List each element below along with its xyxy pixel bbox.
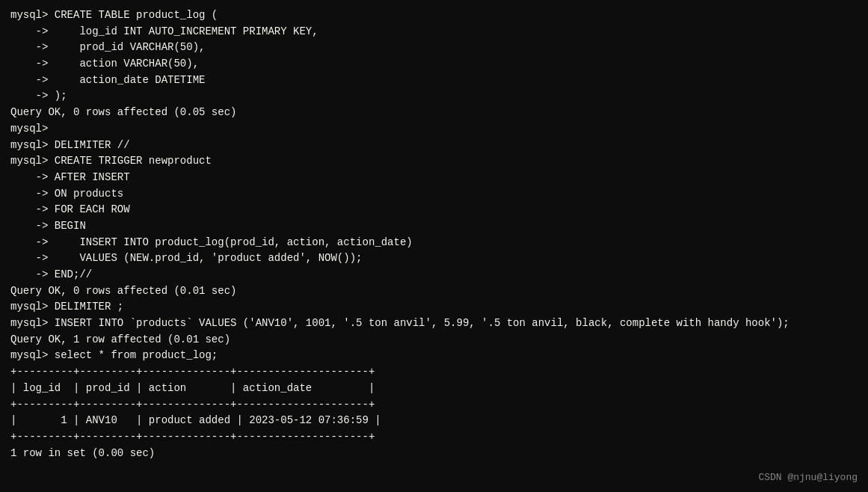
terminal-line: | log_id | prod_id | action | action_dat… <box>10 381 858 397</box>
terminal-line: 1 row in set (0.00 sec) <box>10 446 858 462</box>
terminal-line: Query OK, 1 row affected (0.01 sec) <box>10 332 858 348</box>
terminal-line: -> log_id INT AUTO_INCREMENT PRIMARY KEY… <box>10 24 858 40</box>
terminal-line: -> INSERT INTO product_log(prod_id, acti… <box>10 235 858 251</box>
terminal-line: -> ON products <box>10 186 858 203</box>
terminal-line: mysql> DELIMITER ; <box>10 299 858 316</box>
terminal-line: -> AFTER INSERT <box>10 170 858 186</box>
terminal-line: Query OK, 0 rows affected (0.01 sec) <box>10 283 858 300</box>
terminal-line: -> BEGIN <box>10 218 858 235</box>
terminal-line: | 1 | ANV10 | product added | 2023-05-12… <box>10 413 858 429</box>
terminal-line: -> action_date DATETIME <box>10 73 858 89</box>
watermark: CSDN @njnu@liyong <box>758 472 858 483</box>
terminal-line: mysql> <box>10 121 858 138</box>
terminal-line: Query OK, 0 rows affected (0.05 sec) <box>10 105 858 121</box>
terminal-line: +---------+---------+--------------+----… <box>10 397 858 413</box>
terminal-line: -> ); <box>10 88 858 105</box>
terminal-line: -> FOR EACH ROW <box>10 202 858 218</box>
terminal-line: -> END;// <box>10 267 858 283</box>
terminal-line: mysql> DELIMITER // <box>10 138 858 154</box>
terminal-line: -> VALUES (NEW.prod_id, 'product added',… <box>10 250 858 267</box>
terminal-line: -> prod_id VARCHAR(50), <box>10 40 858 56</box>
terminal-window: mysql> CREATE TABLE product_log ( -> log… <box>0 0 868 492</box>
terminal-line: mysql> CREATE TRIGGER newproduct <box>10 153 858 170</box>
terminal-line: mysql> INSERT INTO `products` VALUES ('A… <box>10 316 858 332</box>
terminal-line: mysql> CREATE TABLE product_log ( <box>10 7 858 24</box>
terminal-line: +---------+---------+--------------+----… <box>10 364 858 381</box>
terminal-line: +---------+---------+--------------+----… <box>10 429 858 446</box>
terminal-line: mysql> select * from product_log; <box>10 348 858 364</box>
terminal-line: -> action VARCHAR(50), <box>10 56 858 73</box>
